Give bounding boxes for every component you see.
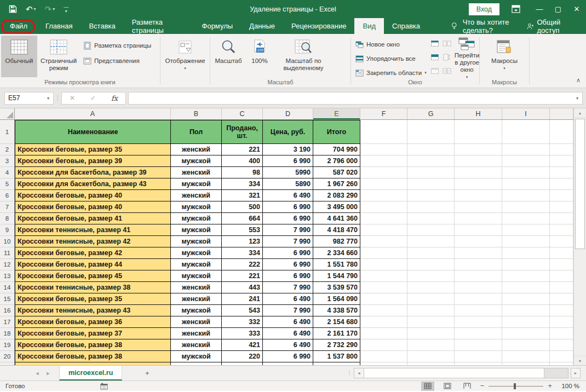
column-header-B[interactable]: B xyxy=(171,108,222,119)
cell-partial-18[interactable] xyxy=(550,328,573,339)
cell-C15[interactable]: 241 xyxy=(222,293,263,305)
cell-G1[interactable] xyxy=(407,120,455,144)
cell-partial-6[interactable] xyxy=(550,190,573,201)
status-normal-view-button[interactable] xyxy=(421,382,434,391)
tab-review[interactable]: Рецензирование xyxy=(283,18,354,34)
cell-H2[interactable] xyxy=(455,144,502,155)
cell-F18[interactable] xyxy=(360,328,407,339)
cell-C7[interactable]: 500 xyxy=(222,201,263,213)
cell-G9[interactable] xyxy=(407,224,455,236)
cell-E11[interactable]: 2 334 660 xyxy=(313,247,360,259)
status-page-layout-button[interactable] xyxy=(441,382,454,391)
row-header-3[interactable]: 3 xyxy=(0,155,15,167)
custom-views-button[interactable]: Представления xyxy=(83,55,151,66)
cell-D16[interactable]: 7 990 xyxy=(263,305,313,316)
row-header-12[interactable]: 12 xyxy=(0,259,15,270)
cell-A19[interactable]: Кроссовки беговые, размер 38 xyxy=(15,339,171,351)
status-page-break-button[interactable] xyxy=(461,382,474,391)
cell-C6[interactable]: 321 xyxy=(222,190,263,201)
cell-E4[interactable]: 587 020 xyxy=(313,167,360,178)
cell-I7[interactable] xyxy=(502,201,550,213)
cell-E12[interactable]: 1 551 780 xyxy=(313,259,360,270)
row-header-15[interactable]: 15 xyxy=(0,293,15,305)
cell-E16[interactable]: 4 338 570 xyxy=(313,305,360,316)
cell-G10[interactable] xyxy=(407,236,455,247)
cell-A8[interactable]: Кроссовки беговые, размер 41 xyxy=(15,213,171,224)
next-sheet-icon[interactable]: ► xyxy=(43,366,54,381)
cell-partial-12[interactable] xyxy=(550,259,573,270)
cell-partial-15[interactable] xyxy=(550,293,573,305)
cell-B20[interactable]: мужской xyxy=(171,351,222,362)
cell-A4[interactable]: Кроссовки для баскетбола, размер 39 xyxy=(15,167,171,178)
cell-G13[interactable] xyxy=(407,270,455,282)
formula-input[interactable]: ▾ xyxy=(128,92,583,105)
reset-window-position-button[interactable] xyxy=(443,67,451,77)
cell-A5[interactable]: Кроссовки для баскетбола, размер 43 xyxy=(15,178,171,190)
cell-I4[interactable] xyxy=(502,167,550,178)
cell-A11[interactable]: Кроссовки беговые, размер 42 xyxy=(15,247,171,259)
cell-G2[interactable] xyxy=(407,144,455,155)
cell-G11[interactable] xyxy=(407,247,455,259)
cell-I6[interactable] xyxy=(502,190,550,201)
row-header-2[interactable]: 2 xyxy=(0,144,15,155)
cell-D13[interactable]: 6 990 xyxy=(263,270,313,282)
cell-I5[interactable] xyxy=(502,178,550,190)
cell-F5[interactable] xyxy=(360,178,407,190)
cell-H9[interactable] xyxy=(455,224,502,236)
cell-F8[interactable] xyxy=(360,213,407,224)
formula-bar-expand-icon[interactable]: ▾ xyxy=(572,96,582,101)
cell-E5[interactable]: 1 967 260 xyxy=(313,178,360,190)
cell-E14[interactable]: 3 539 570 xyxy=(313,282,360,293)
cell-B5[interactable]: мужской xyxy=(171,178,222,190)
cell-C18[interactable]: 333 xyxy=(222,328,263,339)
tab-file[interactable]: Файл xyxy=(0,18,37,34)
row-header-16[interactable]: 16 xyxy=(0,305,15,316)
cell-H17[interactable] xyxy=(455,316,502,328)
cell-B6[interactable]: женский xyxy=(171,190,222,201)
zoom-out-icon[interactable]: − xyxy=(480,383,485,389)
cell-B12[interactable]: мужской xyxy=(171,259,222,270)
cell-F19[interactable] xyxy=(360,339,407,351)
cell-B13[interactable]: мужской xyxy=(171,270,222,282)
cell-C20[interactable]: 220 xyxy=(222,351,263,362)
cell-B10[interactable]: мужской xyxy=(171,236,222,247)
cell-B17[interactable]: женский xyxy=(171,316,222,328)
arrange-all-button[interactable]: Упорядочить все xyxy=(355,53,427,64)
header-cell-D1[interactable]: Цена, руб. xyxy=(263,120,313,144)
cell-E19[interactable]: 2 732 290 xyxy=(313,339,360,351)
cell-partial-1[interactable] xyxy=(550,120,573,144)
zoom-slider-thumb[interactable] xyxy=(514,383,516,389)
zoom-button[interactable]: Масштаб xyxy=(211,36,245,77)
tab-page-layout[interactable]: Разметка страницы xyxy=(124,18,194,34)
new-sheet-button[interactable]: + xyxy=(142,368,152,378)
cell-D6[interactable]: 6 490 xyxy=(263,190,313,201)
cell-G15[interactable] xyxy=(407,293,455,305)
cell-G12[interactable] xyxy=(407,259,455,270)
freeze-panes-button[interactable]: Закрепить области ▾ xyxy=(355,67,427,78)
cell-E20[interactable]: 1 537 800 xyxy=(313,351,360,362)
macro-record-icon[interactable] xyxy=(100,383,108,391)
cell-C10[interactable]: 123 xyxy=(222,236,263,247)
cell-partial-2[interactable] xyxy=(550,144,573,155)
cell-H18[interactable] xyxy=(455,328,502,339)
cell-C14[interactable]: 443 xyxy=(222,282,263,293)
minimize-button[interactable]: — xyxy=(530,0,549,18)
cell-F14[interactable] xyxy=(360,282,407,293)
column-header-A[interactable]: A xyxy=(15,108,171,119)
cell-C5[interactable]: 334 xyxy=(222,178,263,190)
cell-B14[interactable]: женский xyxy=(171,282,222,293)
row-header-19[interactable]: 19 xyxy=(0,339,15,351)
cell-D9[interactable]: 7 990 xyxy=(263,224,313,236)
cell-H6[interactable] xyxy=(455,190,502,201)
column-header-partial[interactable] xyxy=(550,108,573,119)
cell-F2[interactable] xyxy=(360,144,407,155)
sheet-tab-microexcel[interactable]: microexcel.ru xyxy=(59,366,122,381)
cell-C9[interactable]: 553 xyxy=(222,224,263,236)
cell-H11[interactable] xyxy=(455,247,502,259)
cell-A7[interactable]: Кроссовки беговые, размер 40 xyxy=(15,201,171,213)
cell-A15[interactable]: Кроссовки беговые, размер 35 xyxy=(15,293,171,305)
cell-H16[interactable] xyxy=(455,305,502,316)
cell-A3[interactable]: Кроссовки беговые, размер 39 xyxy=(15,155,171,167)
split-button[interactable] xyxy=(430,39,439,49)
save-button[interactable] xyxy=(9,5,17,13)
